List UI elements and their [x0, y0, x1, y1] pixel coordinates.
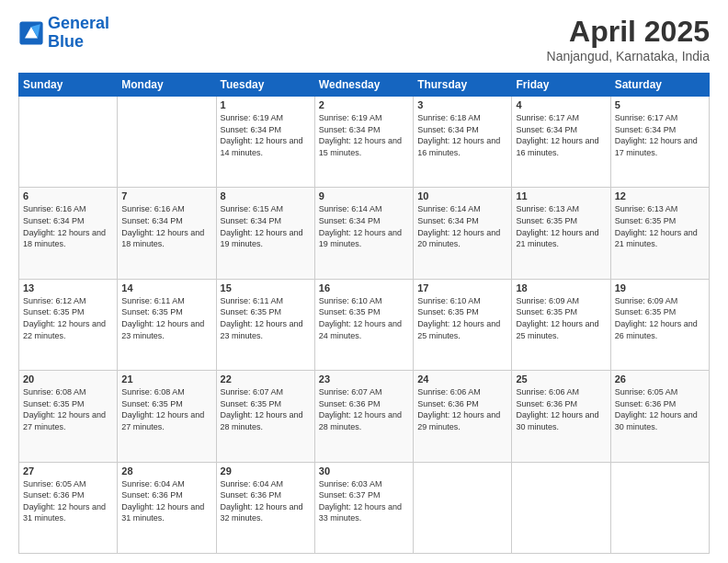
day-info: Sunrise: 6:10 AMSunset: 6:35 PMDaylight:…	[319, 295, 409, 341]
calendar-week-1: 1Sunrise: 6:19 AMSunset: 6:34 PMDaylight…	[19, 97, 710, 188]
calendar-week-4: 20Sunrise: 6:08 AMSunset: 6:35 PMDayligh…	[19, 371, 710, 462]
calendar-cell: 8Sunrise: 6:15 AMSunset: 6:34 PMDaylight…	[216, 188, 314, 279]
day-info: Sunrise: 6:04 AMSunset: 6:36 PMDaylight:…	[221, 478, 311, 524]
day-number: 12	[615, 190, 705, 201]
calendar-cell	[512, 462, 610, 553]
calendar-cell: 12Sunrise: 6:13 AMSunset: 6:35 PMDayligh…	[610, 188, 709, 279]
day-number: 22	[221, 373, 311, 385]
day-number: 13	[23, 282, 113, 293]
day-info: Sunrise: 6:14 AMSunset: 6:34 PMDaylight:…	[417, 203, 507, 249]
calendar-cell: 16Sunrise: 6:10 AMSunset: 6:35 PMDayligh…	[314, 279, 413, 370]
calendar-cell	[414, 462, 512, 553]
day-info: Sunrise: 6:12 AMSunset: 6:35 PMDaylight:…	[23, 295, 113, 341]
day-info: Sunrise: 6:09 AMSunset: 6:35 PMDaylight:…	[615, 295, 705, 341]
calendar-cell: 4Sunrise: 6:17 AMSunset: 6:34 PMDaylight…	[512, 97, 610, 188]
day-number: 6	[23, 190, 113, 201]
calendar-cell: 27Sunrise: 6:05 AMSunset: 6:36 PMDayligh…	[19, 462, 118, 553]
day-number: 18	[516, 282, 606, 293]
calendar-cell: 25Sunrise: 6:06 AMSunset: 6:36 PMDayligh…	[512, 371, 610, 462]
day-number: 17	[417, 282, 507, 293]
calendar-cell: 13Sunrise: 6:12 AMSunset: 6:35 PMDayligh…	[19, 279, 118, 370]
day-info: Sunrise: 6:17 AMSunset: 6:34 PMDaylight:…	[516, 112, 606, 158]
logo-line1: General	[48, 14, 109, 32]
calendar-cell: 18Sunrise: 6:09 AMSunset: 6:35 PMDayligh…	[512, 279, 610, 370]
day-number: 25	[516, 373, 606, 385]
calendar-cell: 11Sunrise: 6:13 AMSunset: 6:35 PMDayligh…	[512, 188, 610, 279]
calendar-cell: 5Sunrise: 6:17 AMSunset: 6:34 PMDaylight…	[610, 97, 709, 188]
calendar-cell: 3Sunrise: 6:18 AMSunset: 6:34 PMDaylight…	[414, 97, 512, 188]
day-info: Sunrise: 6:10 AMSunset: 6:35 PMDaylight:…	[417, 295, 507, 341]
day-info: Sunrise: 6:05 AMSunset: 6:36 PMDaylight:…	[615, 386, 705, 432]
day-number: 24	[417, 373, 507, 385]
calendar-header-row: Sunday Monday Tuesday Wednesday Thursday…	[19, 74, 710, 97]
calendar-cell	[118, 97, 216, 188]
day-info: Sunrise: 6:04 AMSunset: 6:36 PMDaylight:…	[121, 478, 211, 524]
month-title: April 2025	[547, 15, 710, 49]
calendar-cell: 24Sunrise: 6:06 AMSunset: 6:36 PMDayligh…	[414, 371, 512, 462]
calendar-cell: 30Sunrise: 6:03 AMSunset: 6:37 PMDayligh…	[314, 462, 413, 553]
calendar-cell: 22Sunrise: 6:07 AMSunset: 6:35 PMDayligh…	[216, 371, 314, 462]
calendar-cell: 1Sunrise: 6:19 AMSunset: 6:34 PMDaylight…	[216, 97, 314, 188]
day-info: Sunrise: 6:13 AMSunset: 6:35 PMDaylight:…	[516, 203, 606, 249]
calendar-cell: 6Sunrise: 6:16 AMSunset: 6:34 PMDaylight…	[19, 188, 118, 279]
calendar-week-2: 6Sunrise: 6:16 AMSunset: 6:34 PMDaylight…	[19, 188, 710, 279]
day-info: Sunrise: 6:15 AMSunset: 6:34 PMDaylight:…	[221, 203, 311, 249]
day-number: 4	[516, 99, 606, 110]
day-number: 26	[615, 373, 705, 385]
col-saturday: Saturday	[610, 74, 709, 97]
col-friday: Friday	[512, 74, 610, 97]
day-number: 1	[221, 99, 311, 110]
title-block: April 2025 Nanjangud, Karnataka, India	[547, 15, 710, 63]
day-info: Sunrise: 6:13 AMSunset: 6:35 PMDaylight:…	[615, 203, 705, 249]
calendar-cell: 10Sunrise: 6:14 AMSunset: 6:34 PMDayligh…	[414, 188, 512, 279]
logo-text: General Blue	[48, 15, 109, 52]
day-number: 20	[23, 373, 113, 385]
calendar-week-5: 27Sunrise: 6:05 AMSunset: 6:36 PMDayligh…	[19, 462, 710, 553]
calendar-week-3: 13Sunrise: 6:12 AMSunset: 6:35 PMDayligh…	[19, 279, 710, 370]
day-number: 9	[319, 190, 409, 201]
calendar-cell: 23Sunrise: 6:07 AMSunset: 6:36 PMDayligh…	[314, 371, 413, 462]
day-info: Sunrise: 6:09 AMSunset: 6:35 PMDaylight:…	[516, 295, 606, 341]
day-number: 27	[23, 465, 113, 477]
calendar-cell	[610, 462, 709, 553]
day-number: 30	[319, 465, 409, 477]
day-info: Sunrise: 6:06 AMSunset: 6:36 PMDaylight:…	[417, 386, 507, 432]
day-number: 14	[121, 282, 211, 293]
col-wednesday: Wednesday	[314, 74, 413, 97]
day-info: Sunrise: 6:19 AMSunset: 6:34 PMDaylight:…	[221, 112, 311, 158]
day-info: Sunrise: 6:06 AMSunset: 6:36 PMDaylight:…	[516, 386, 606, 432]
day-number: 11	[516, 190, 606, 201]
logo-line2: Blue	[48, 32, 84, 51]
day-info: Sunrise: 6:16 AMSunset: 6:34 PMDaylight:…	[23, 203, 113, 249]
calendar-cell	[19, 97, 118, 188]
calendar-cell: 29Sunrise: 6:04 AMSunset: 6:36 PMDayligh…	[216, 462, 314, 553]
day-info: Sunrise: 6:14 AMSunset: 6:34 PMDaylight:…	[319, 203, 409, 249]
day-info: Sunrise: 6:07 AMSunset: 6:35 PMDaylight:…	[221, 386, 311, 432]
col-tuesday: Tuesday	[216, 74, 314, 97]
day-number: 10	[417, 190, 507, 201]
day-number: 16	[319, 282, 409, 293]
calendar-cell: 28Sunrise: 6:04 AMSunset: 6:36 PMDayligh…	[118, 462, 216, 553]
day-info: Sunrise: 6:11 AMSunset: 6:35 PMDaylight:…	[121, 295, 211, 341]
calendar-cell: 17Sunrise: 6:10 AMSunset: 6:35 PMDayligh…	[414, 279, 512, 370]
generalblue-logo-icon	[18, 20, 44, 46]
calendar-cell: 20Sunrise: 6:08 AMSunset: 6:35 PMDayligh…	[19, 371, 118, 462]
calendar-cell: 19Sunrise: 6:09 AMSunset: 6:35 PMDayligh…	[610, 279, 709, 370]
day-info: Sunrise: 6:19 AMSunset: 6:34 PMDaylight:…	[319, 112, 409, 158]
col-monday: Monday	[118, 74, 216, 97]
day-number: 2	[319, 99, 409, 110]
day-info: Sunrise: 6:08 AMSunset: 6:35 PMDaylight:…	[23, 386, 113, 432]
col-thursday: Thursday	[414, 74, 512, 97]
day-number: 5	[615, 99, 705, 110]
day-info: Sunrise: 6:03 AMSunset: 6:37 PMDaylight:…	[319, 478, 409, 524]
calendar-table: Sunday Monday Tuesday Wednesday Thursday…	[18, 73, 710, 554]
day-number: 3	[417, 99, 507, 110]
calendar-cell: 21Sunrise: 6:08 AMSunset: 6:35 PMDayligh…	[118, 371, 216, 462]
day-number: 8	[221, 190, 311, 201]
day-number: 28	[121, 465, 211, 477]
calendar-cell: 15Sunrise: 6:11 AMSunset: 6:35 PMDayligh…	[216, 279, 314, 370]
page: General Blue April 2025 Nanjangud, Karna…	[0, 0, 728, 563]
calendar-cell: 14Sunrise: 6:11 AMSunset: 6:35 PMDayligh…	[118, 279, 216, 370]
day-number: 15	[221, 282, 311, 293]
day-info: Sunrise: 6:16 AMSunset: 6:34 PMDaylight:…	[121, 203, 211, 249]
